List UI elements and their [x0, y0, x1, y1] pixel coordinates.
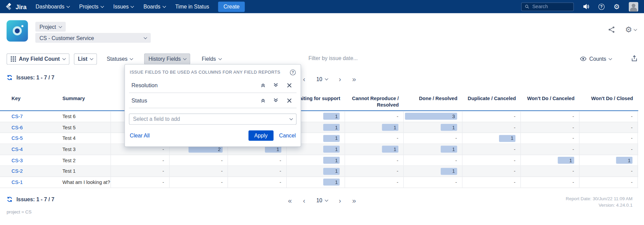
statuses-dropdown[interactable]: Statuses: [103, 53, 137, 64]
nav-menu: DashboardsProjectsIssuesBoardsTime in St…: [36, 3, 209, 10]
count-cell: -: [111, 177, 169, 187]
dash-value: -: [163, 168, 164, 174]
dash-value: -: [514, 157, 516, 163]
count-bar: 1: [440, 168, 457, 175]
issue-key-link[interactable]: CS-7: [12, 113, 23, 119]
nav-search[interactable]: [521, 2, 574, 11]
move-to-bottom-icon[interactable]: [272, 81, 280, 89]
report-type-dropdown[interactable]: Any Field Count: [6, 53, 69, 64]
chevron-down-icon: [100, 4, 104, 7]
dash-value: -: [279, 180, 281, 185]
page-size-value: 10: [316, 76, 323, 82]
jira-logo[interactable]: Jira: [6, 3, 26, 10]
chevron-down-icon: [131, 4, 134, 7]
next-page-button[interactable]: ›: [339, 76, 341, 83]
view-dropdown[interactable]: List: [74, 53, 97, 64]
dash-value: -: [573, 180, 574, 185]
issue-key-link[interactable]: CS-3: [12, 157, 23, 163]
page-size-dropdown[interactable]: 10: [316, 198, 328, 204]
settings-icon[interactable]: ⚙: [614, 3, 620, 10]
move-to-top-icon[interactable]: [259, 81, 267, 89]
prev-page-button[interactable]: ‹: [303, 197, 305, 204]
move-to-bottom-icon[interactable]: [272, 96, 280, 105]
dash-value: -: [397, 168, 398, 174]
chevron-down-icon: [608, 56, 612, 60]
count-cell: -: [169, 166, 228, 176]
project-avatar[interactable]: [6, 20, 28, 41]
count-cell: -: [169, 155, 228, 166]
count-cell: -: [521, 133, 579, 144]
chevron-down-icon: [325, 77, 328, 80]
history-fields-label: History Fields: [148, 56, 181, 62]
issue-key-link[interactable]: CS-4: [12, 146, 23, 152]
dash-value: -: [514, 146, 516, 152]
fields-dropdown[interactable]: Fields: [198, 53, 225, 64]
count-cell: -: [462, 177, 521, 187]
issue-key-link[interactable]: CS-2: [12, 168, 23, 174]
chevron-down-icon: [62, 56, 66, 60]
count-bar: 1: [324, 168, 340, 175]
table-row: CS-5Test 41--1--: [0, 133, 638, 144]
issue-key-link[interactable]: CS-5: [12, 135, 23, 141]
nav-item-dashboards[interactable]: Dashboards: [36, 3, 69, 10]
count-cell: -: [579, 111, 638, 121]
nav-item-time-in-status[interactable]: Time in Status: [175, 3, 209, 10]
issue-summary: Test 5: [58, 122, 111, 133]
next-page-button[interactable]: ›: [339, 197, 341, 204]
project-type-dropdown[interactable]: Project: [35, 22, 66, 32]
count-bar: 1: [440, 146, 457, 153]
count-bar: 1: [382, 124, 398, 131]
last-page-button[interactable]: »: [352, 76, 356, 83]
report-settings-dropdown[interactable]: ⚙: [625, 25, 637, 34]
remove-field-icon[interactable]: [285, 81, 293, 89]
nav-item-boards[interactable]: Boards: [144, 3, 166, 10]
help-icon[interactable]: ?: [598, 3, 604, 10]
table-row: CS-2Test 1---1-1---: [0, 166, 638, 177]
column-header: Duplicate / Canceled: [462, 95, 521, 102]
issue-date-filter-input[interactable]: [308, 55, 402, 62]
apply-button[interactable]: Apply: [248, 130, 273, 140]
jql-query: project = CS: [6, 209, 32, 214]
issue-key-link[interactable]: CS-1: [12, 180, 23, 185]
count-cell: -: [521, 111, 579, 121]
report-table: KeySummary/ Waiting for supportCannot Re…: [0, 93, 638, 188]
count-cell: -: [345, 111, 404, 121]
dash-value: -: [221, 168, 223, 174]
column-header: Won't Do / Canceled: [521, 95, 579, 102]
move-to-top-icon[interactable]: [259, 96, 267, 105]
search-input[interactable]: [532, 3, 570, 10]
clear-all-link[interactable]: Clear All: [130, 132, 150, 138]
share-icon[interactable]: [608, 26, 615, 33]
last-page-button[interactable]: »: [352, 197, 356, 204]
count-cell: -: [228, 177, 287, 187]
dash-value: -: [397, 157, 398, 163]
add-field-select[interactable]: Select a field to add: [129, 114, 297, 125]
export-button[interactable]: [631, 55, 637, 61]
count-cell: -: [345, 155, 404, 166]
count-cell: 1: [521, 155, 579, 166]
counts-dropdown[interactable]: Counts: [580, 53, 612, 64]
count-bar: 1: [440, 124, 457, 131]
user-avatar[interactable]: [629, 2, 638, 11]
table-header-row: KeySummary/ Waiting for supportCannot Re…: [0, 93, 638, 111]
dash-value: -: [397, 135, 398, 141]
project-select-dropdown[interactable]: CS - Customer Service: [35, 33, 151, 43]
create-button[interactable]: Create: [218, 1, 245, 12]
page-size-dropdown[interactable]: 10: [316, 76, 328, 82]
history-fields-dropdown[interactable]: History Fields: [144, 53, 190, 64]
issue-summary: Test 6: [58, 111, 111, 121]
project-name: CS - Customer Service: [39, 35, 94, 41]
prev-page-button[interactable]: ‹: [303, 76, 305, 83]
issue-key-link[interactable]: CS-6: [12, 125, 23, 130]
remove-field-icon[interactable]: [285, 96, 293, 105]
first-page-button[interactable]: «: [288, 197, 292, 204]
dash-value: -: [631, 113, 633, 119]
chevron-down-icon: [183, 56, 187, 60]
nav-item-projects[interactable]: Projects: [79, 3, 103, 10]
announcements-icon[interactable]: [583, 3, 589, 10]
count-cell: 1: [462, 133, 521, 144]
nav-item-issues[interactable]: Issues: [113, 3, 133, 10]
count-cell: -: [228, 155, 287, 166]
cancel-link[interactable]: Cancel: [279, 132, 296, 138]
popup-help-icon[interactable]: ?: [290, 70, 296, 75]
